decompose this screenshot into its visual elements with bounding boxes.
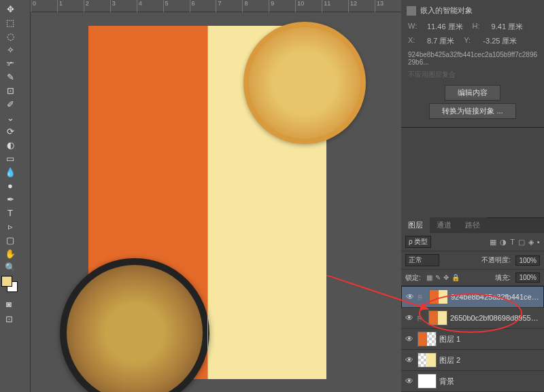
- filter-shape-icon[interactable]: ▢: [518, 238, 525, 247]
- quick-mask-toggle[interactable]: ◙: [1, 298, 16, 310]
- height-value[interactable]: 9.41 厘米: [492, 22, 523, 32]
- zoom-tool[interactable]: 🔍: [3, 261, 18, 273]
- smart-object-pizza-top[interactable]: [243, 22, 366, 144]
- color-swatches[interactable]: [1, 276, 19, 293]
- tools-toolbar: ✥ ⬚ ◌ ✧ ✃ ✎ ⊡ ✐ ⌄ ⟳ ◐ ▭ 💧 ● ✒ T ▹ ▢ ✋ 🔍: [0, 0, 20, 274]
- layer-name[interactable]: 背景: [439, 376, 541, 387]
- crop-tool[interactable]: ✃: [3, 57, 18, 69]
- fill-label: 填充:: [495, 273, 511, 283]
- vertical-guide[interactable]: [207, 26, 208, 379]
- filter-adjust-icon[interactable]: ◑: [500, 238, 507, 247]
- height-label: H:: [473, 22, 482, 32]
- lock-transparency-icon[interactable]: ▦: [426, 274, 432, 281]
- layer-row[interactable]: 👁 图层 2: [401, 350, 544, 371]
- layer-row[interactable]: 👁 图层 1: [401, 329, 544, 350]
- tab-layers[interactable]: 图层: [401, 217, 430, 233]
- filter-smart-icon[interactable]: ◈: [528, 238, 534, 247]
- eyedropper-tool[interactable]: ✎: [3, 71, 18, 83]
- artboard[interactable]: [88, 26, 326, 379]
- layer-name[interactable]: 图层 1: [439, 334, 541, 344]
- layers-panel-tabs: 图层 通道 路径: [401, 218, 544, 233]
- opacity-label: 不透明度:: [481, 255, 511, 265]
- ruler-tick: 3: [110, 0, 137, 12]
- layer-row[interactable]: 👁 ⎘ 924be8b425a32fb441cec2a105b9ff...: [401, 286, 544, 308]
- stamp-tool[interactable]: ⌄: [3, 111, 18, 124]
- x-value[interactable]: 8.7 厘米: [427, 36, 454, 46]
- x-label: X:: [408, 36, 418, 46]
- layer-thumbnail[interactable]: [418, 374, 437, 389]
- brush-tool[interactable]: ✐: [3, 98, 18, 110]
- lock-paint-icon[interactable]: ✎: [435, 274, 441, 281]
- layer-name[interactable]: 图层 2: [439, 355, 541, 366]
- layer-thumbnail[interactable]: [428, 310, 447, 325]
- filter-pixel-icon[interactable]: ▦: [490, 238, 496, 247]
- ruler-tick: 10: [295, 0, 322, 12]
- magic-wand-tool[interactable]: ✧: [3, 43, 18, 56]
- tab-channels[interactable]: 通道: [430, 217, 458, 233]
- ruler-tick: 1: [57, 0, 84, 12]
- ruler-tick: 6: [190, 0, 216, 12]
- eraser-tool[interactable]: ◐: [3, 139, 18, 151]
- layer-row[interactable]: 👁 背景: [401, 371, 544, 392]
- right-panels: 嵌入的智能对象 W: 11.46 厘米 H: 9.41 厘米 X: 8.7 厘米…: [401, 0, 544, 392]
- shape-tool[interactable]: ▢: [3, 234, 18, 246]
- lasso-tool[interactable]: ◌: [3, 30, 18, 42]
- marquee-tool[interactable]: ⬚: [3, 16, 18, 29]
- layers-panel: 图层 通道 路径 ρ 类型 ▦ ◑ T ▢ ◈ ▪ 正常 不透明度: 100% …: [401, 217, 544, 392]
- link-icon: ⎘: [418, 315, 426, 322]
- pen-tool[interactable]: ✒: [3, 193, 18, 205]
- tab-paths[interactable]: 路径: [458, 217, 487, 233]
- visibility-toggle[interactable]: 👁: [405, 292, 415, 302]
- width-value[interactable]: 11.46 厘米: [427, 22, 463, 32]
- visibility-toggle[interactable]: 👁: [404, 313, 415, 323]
- hand-tool[interactable]: ✋: [3, 247, 18, 260]
- ruler-tick: 11: [322, 0, 348, 12]
- filter-toggle-icon[interactable]: ▪: [537, 238, 540, 247]
- type-tool[interactable]: T: [3, 207, 18, 219]
- layer-thumbnail[interactable]: [418, 332, 437, 346]
- visibility-toggle[interactable]: 👁: [404, 355, 415, 365]
- edit-contents-button[interactable]: 编辑内容: [445, 85, 500, 101]
- move-tool[interactable]: ✥: [3, 3, 18, 15]
- filter-kind-select[interactable]: ρ 类型: [405, 236, 431, 248]
- link-icon: ⎘: [418, 293, 426, 301]
- ruler-tick: 2: [84, 0, 110, 12]
- ruler-tick: 7: [216, 0, 242, 12]
- canvas-area[interactable]: [31, 12, 401, 392]
- foreground-color[interactable]: [1, 276, 12, 287]
- layer-row[interactable]: 👁 ⎘ 2650b0c2bf08698d895544a5543ca...: [401, 308, 544, 329]
- layer-thumbnail[interactable]: [418, 353, 437, 368]
- ruler-tick: 8: [242, 0, 269, 12]
- filter-type-icon[interactable]: T: [510, 238, 515, 247]
- layer-name[interactable]: 2650b0c2bf08698d895544a5543ca...: [450, 314, 541, 322]
- lock-position-icon[interactable]: ✥: [443, 274, 449, 281]
- properties-panel: 嵌入的智能对象 W: 11.46 厘米 H: 9.41 厘米 X: 8.7 厘米…: [401, 0, 544, 128]
- blur-tool[interactable]: 💧: [3, 166, 18, 178]
- dodge-tool[interactable]: ●: [3, 179, 18, 192]
- healing-tool[interactable]: ⊡: [3, 84, 18, 96]
- convert-to-linked-button[interactable]: 转换为链接对象 ...: [429, 103, 515, 119]
- panel-gap: [401, 128, 544, 217]
- blend-mode-select[interactable]: 正常: [405, 254, 439, 266]
- y-value[interactable]: -3.25 厘米: [483, 36, 517, 46]
- screen-mode-toggle[interactable]: ⊡: [1, 313, 16, 325]
- ruler-tick: 0: [31, 0, 57, 12]
- layer-comp-note: 不应用图层复合: [401, 69, 544, 81]
- ruler-tick: 5: [163, 0, 190, 12]
- properties-title: 嵌入的智能对象: [420, 5, 473, 16]
- layer-list: 👁 ⎘ 924be8b425a32fb441cec2a105b9ff... 👁 …: [401, 286, 544, 392]
- fill-value[interactable]: 100%: [515, 272, 540, 283]
- lock-all-icon[interactable]: 🔒: [452, 274, 460, 281]
- opacity-value[interactable]: 100%: [515, 255, 540, 266]
- ruler-tick: 12: [348, 0, 375, 12]
- gradient-tool[interactable]: ▭: [3, 152, 18, 164]
- ruler-tick: 4: [137, 0, 163, 12]
- history-brush-tool[interactable]: ⟳: [3, 125, 18, 137]
- visibility-toggle[interactable]: 👁: [404, 334, 415, 344]
- lock-label: 锁定:: [405, 273, 421, 283]
- path-select-tool[interactable]: ▹: [3, 220, 18, 232]
- layer-thumbnail[interactable]: [429, 289, 448, 304]
- layer-name[interactable]: 924be8b425a32fb441cec2a105b9ff...: [451, 293, 541, 301]
- visibility-toggle[interactable]: 👁: [404, 376, 415, 386]
- ruler-tick: 13: [375, 0, 401, 12]
